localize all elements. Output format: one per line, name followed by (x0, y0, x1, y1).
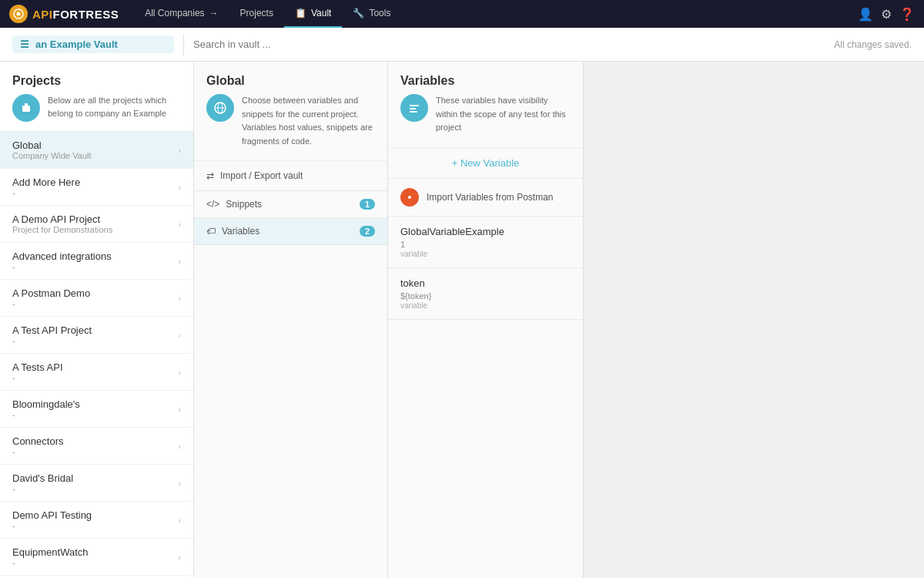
global-panel-icon (206, 94, 234, 122)
main-layout: Projects Below are all the projects whic… (0, 62, 924, 578)
vault-icon: ☰ (20, 39, 29, 50)
import-export-icon: ⇄ (206, 170, 214, 181)
chevron-right-icon: › (178, 553, 181, 562)
search-input-wrap (193, 39, 825, 50)
logo-text: APIFORTRESS (32, 8, 119, 21)
settings-icon[interactable]: ⚙ (881, 7, 892, 22)
svg-rect-7 (410, 105, 419, 106)
import-postman-label: Import Variables from Postman (427, 192, 554, 203)
import-postman-button[interactable]: Import Variables from Postman (388, 179, 583, 217)
sidebar-item-postman-demo[interactable]: A Postman Demo - › (0, 280, 193, 317)
user-icon[interactable]: 👤 (858, 7, 873, 22)
help-icon[interactable]: ❓ (899, 7, 915, 22)
nav-right: 👤 ⚙ ❓ (858, 7, 915, 22)
sidebar-item-advanced[interactable]: Advanced integrations - › (0, 243, 193, 280)
chevron-right-icon: › (178, 220, 181, 229)
logo-icon (9, 5, 28, 23)
svg-rect-8 (410, 108, 416, 109)
sidebar-item-test-api[interactable]: A Test API Project - › (0, 317, 193, 354)
chevron-right-icon: › (178, 405, 181, 414)
import-export-label: Import / Export vault (220, 170, 303, 181)
variable-item-0[interactable]: GlobalVariableExample 1 variable (388, 217, 583, 268)
chevron-right-icon: › (178, 146, 181, 155)
search-divider (183, 34, 184, 55)
sidebar-title: Projects (12, 74, 181, 88)
sidebar-item-demo-api[interactable]: A Demo API Project Project for Demonstra… (0, 206, 193, 243)
variables-item[interactable]: 🏷 Variables 2 (194, 218, 387, 245)
variable-item-1[interactable]: token ${token} variable (388, 268, 583, 320)
sidebar-item-global[interactable]: Global Company Wide Vault › (0, 132, 193, 169)
sidebar: Projects Below are all the projects whic… (0, 62, 194, 578)
company-icon (12, 94, 40, 122)
global-panel: Global Choose between variables and snip… (194, 62, 388, 578)
variables-icon: 🏷 (206, 226, 216, 237)
logo: APIFORTRESS (9, 5, 119, 23)
global-panel-desc: Choose between variables and snippets fo… (242, 94, 375, 148)
snippets-item[interactable]: </> Snippets 1 (194, 191, 387, 218)
snippets-label: Snippets (226, 199, 262, 210)
sidebar-item-add-more[interactable]: Add More Here - › (0, 169, 193, 206)
chevron-right-icon: › (178, 368, 181, 377)
new-variable-button[interactable]: + New Variable (388, 148, 583, 179)
detail-panel (584, 62, 924, 578)
variables-panel-icon (400, 94, 428, 122)
nav-projects[interactable]: Projects (229, 0, 284, 28)
global-panel-header: Global Choose between variables and snip… (194, 62, 387, 161)
variables-panel-desc: These variables have visibility within t… (436, 94, 571, 135)
postman-icon (400, 188, 419, 207)
nav-items: All Companies → Projects 📋 Vault 🔧 Tools (134, 0, 852, 28)
top-navigation: APIFORTRESS All Companies → Projects 📋 V… (0, 0, 924, 28)
nav-all-companies[interactable]: All Companies → (134, 0, 229, 28)
sidebar-item-equipmentwatch[interactable]: EquipmentWatch - › (0, 539, 193, 576)
svg-rect-2 (22, 106, 30, 112)
chevron-right-icon: › (178, 442, 181, 451)
global-panel-title: Global (206, 74, 375, 88)
chevron-right-icon: › (178, 183, 181, 192)
chevron-right-icon: › (178, 257, 181, 266)
vault-label-text: an Example Vault (35, 39, 118, 50)
search-input[interactable] (193, 39, 825, 50)
nav-vault[interactable]: 📋 Vault (284, 0, 342, 28)
sidebar-item-bloomingdales[interactable]: Bloomingdale's - › (0, 391, 193, 428)
variables-panel-header: Variables These variables have visibilit… (388, 62, 583, 148)
chevron-right-icon: › (178, 516, 181, 525)
import-export-action[interactable]: ⇄ Import / Export vault (194, 161, 387, 191)
variables-panel: Variables These variables have visibilit… (388, 62, 584, 578)
sidebar-company-info: Below are all the projects which belong … (12, 94, 181, 122)
sidebar-item-tests-api[interactable]: A Tests API - › (0, 354, 193, 391)
chevron-right-icon: › (178, 331, 181, 340)
sidebar-header: Projects Below are all the projects whic… (0, 62, 193, 132)
nav-tools[interactable]: 🔧 Tools (342, 0, 401, 28)
chevron-right-icon: › (178, 479, 181, 488)
changes-saved-text: All changes saved. (834, 39, 912, 50)
svg-rect-9 (410, 111, 417, 113)
chevron-right-icon: › (178, 294, 181, 303)
snippets-icon: </> (206, 199, 219, 210)
svg-point-1 (17, 12, 21, 16)
sidebar-item-davids-bridal[interactable]: David's Bridal - › (0, 465, 193, 502)
svg-rect-3 (25, 103, 28, 106)
sidebar-item-connectors[interactable]: Connectors - › (0, 428, 193, 465)
variables-label: Variables (222, 226, 259, 237)
sidebar-item-demo-testing[interactable]: Demo API Testing - › (0, 502, 193, 539)
search-bar: ☰ an Example Vault All changes saved. (0, 28, 924, 62)
svg-point-11 (408, 196, 411, 199)
vault-label: ☰ an Example Vault (12, 35, 174, 53)
variables-badge: 2 (360, 226, 375, 237)
variables-panel-title: Variables (400, 74, 571, 88)
snippets-badge: 1 (360, 199, 375, 210)
sidebar-company-text: Below are all the projects which belong … (48, 94, 181, 119)
